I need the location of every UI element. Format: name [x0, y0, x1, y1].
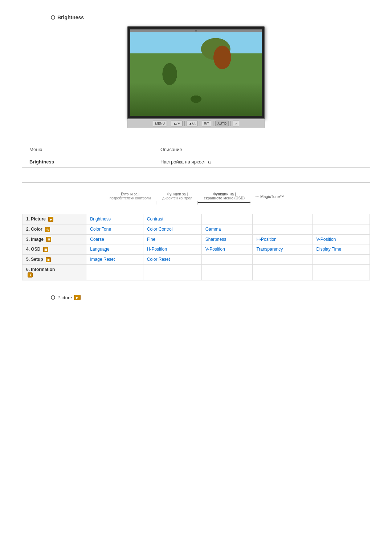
picture-bottom-heading: Picture ▶	[51, 295, 370, 300]
section-picture: 1. Picture ▶	[23, 214, 86, 224]
cell-empty4	[253, 224, 313, 234]
section-information: 6. Informationℹ	[23, 265, 86, 280]
cell-empty6	[201, 255, 253, 265]
cell-gamma[interactable]: Gamma	[201, 224, 253, 234]
cell-color-tone[interactable]: Color Tone	[86, 224, 143, 234]
cell-empty7	[253, 255, 313, 265]
cell-brightness[interactable]: Brightness	[86, 214, 143, 224]
brightness-button[interactable]: ▲/▼	[171, 121, 183, 126]
volume-button[interactable]: ▲/△	[187, 121, 197, 126]
separator	[213, 121, 213, 126]
cell-info2	[143, 265, 201, 280]
circle-icon	[51, 15, 55, 20]
cell-info4	[253, 265, 313, 280]
cell-sharpness[interactable]: Sharpness	[201, 234, 253, 244]
menu-row-information: 6. Informationℹ	[23, 265, 370, 280]
nav-tabs-container: Бутони за | потребителски контроли Функц…	[22, 190, 370, 203]
menu-grid-wrapper: 1. Picture ▶ Brightness Contrast 2. Colo…	[22, 214, 370, 280]
menu-grid: 1. Picture ▶ Brightness Contrast 2. Colo…	[22, 214, 370, 280]
menu-button[interactable]: MENU	[153, 121, 167, 126]
info-table: Меню Описание Brightness Настройка на яр…	[22, 143, 370, 167]
brightness-label: Brightness	[57, 15, 84, 20]
cell-h-position[interactable]: H-Position	[253, 234, 313, 244]
section-osd: 4. OSD ▦	[23, 244, 86, 255]
divider	[22, 182, 370, 183]
cell-language[interactable]: Language	[86, 244, 143, 255]
section-color: 2. Color ◎	[23, 224, 86, 234]
monitor-screen	[130, 32, 262, 116]
osd-icon: ▦	[43, 247, 48, 252]
cell-empty3	[313, 214, 370, 224]
rt-button[interactable]: R/T	[202, 121, 212, 126]
cell-color-reset[interactable]: Color Reset	[143, 255, 201, 265]
cell-display-time[interactable]: Display Time	[313, 244, 370, 255]
menu-row-setup: 5. Setup ⊞ Image Reset Color Reset	[23, 255, 370, 265]
cell-color-control[interactable]: Color Control	[143, 224, 201, 234]
nav-tabs: Бутони за | потребителски контроли Функц…	[104, 190, 288, 203]
separator	[184, 121, 185, 126]
monitor-dot	[195, 30, 197, 32]
tab-user-controls-line2: потребителски контроли	[110, 196, 151, 200]
setup-icon: ⊞	[46, 257, 51, 262]
brightness-section-heading: Brightness	[51, 15, 370, 20]
magictune-wave-icon: 〰	[255, 194, 259, 199]
section-image: 3. Image ⊞	[23, 234, 86, 244]
tab-magictune[interactable]: 〰 MagicTune™	[250, 190, 288, 203]
auto-button[interactable]: AUTO	[215, 121, 229, 126]
monitor-display: MENU ▲/▼ ▲/△ R/T AUTO ○	[22, 26, 370, 128]
menu-row-color: 2. Color ◎ Color Tone Color Control Gamm…	[23, 224, 370, 234]
magictune-label: MagicTune™	[260, 194, 284, 199]
image-icon: ⊞	[46, 237, 51, 242]
cell-transparency[interactable]: Transparency	[253, 244, 313, 255]
picture-bottom-label: Picture	[57, 295, 72, 300]
tab-direct-control-line1: Функции за |	[162, 192, 192, 196]
menu-item-description: Настройка на яркостта	[153, 156, 370, 168]
menu-row-image: 3. Image ⊞ Coarse Fine Sharpness H-Posit…	[23, 234, 370, 244]
separator	[200, 121, 200, 126]
col-menu-header: Меню	[22, 143, 153, 156]
tab-user-controls-line1: Бутони за |	[110, 192, 151, 196]
monitor-frame	[127, 26, 265, 119]
menu-item-label: Brightness	[22, 156, 153, 168]
color-icon: ◎	[45, 227, 50, 232]
cell-empty1	[201, 214, 253, 224]
tab-osd-line2: екранното меню (OSD)	[204, 196, 245, 200]
col-desc-header: Описание	[153, 143, 370, 156]
monitor-controls: MENU ▲/▼ ▲/△ R/T AUTO ○	[127, 119, 265, 128]
table-row: Brightness Настройка на яркостта	[22, 156, 370, 168]
cell-v-position[interactable]: V-Position	[313, 234, 370, 244]
cell-contrast[interactable]: Contrast	[143, 214, 201, 224]
cell-h-position-osd[interactable]: H-Position	[143, 244, 201, 255]
picture-icon: ▶	[48, 217, 53, 222]
tab-osd[interactable]: Функции на | екранното меню (OSD)	[198, 190, 250, 203]
separator	[230, 121, 231, 126]
menu-row-osd: 4. OSD ▦ Language H-Position V-Position …	[23, 244, 370, 255]
cell-info5	[313, 265, 370, 280]
power-button[interactable]: ○	[233, 121, 239, 126]
cell-empty5	[313, 224, 370, 234]
cell-fine[interactable]: Fine	[143, 234, 201, 244]
tab-user-controls[interactable]: Бутони за | потребителски контроли	[104, 190, 156, 203]
info-table-wrapper: Меню Описание Brightness Настройка на яр…	[22, 143, 370, 168]
cell-image-reset[interactable]: Image Reset	[86, 255, 143, 265]
information-icon: ℹ	[28, 272, 33, 278]
section-setup: 5. Setup ⊞	[23, 255, 86, 265]
menu-row-picture: 1. Picture ▶ Brightness Contrast	[23, 214, 370, 224]
cell-v-position-osd[interactable]: V-Position	[201, 244, 253, 255]
cell-coarse[interactable]: Coarse	[86, 234, 143, 244]
tab-direct-control[interactable]: Функции за | директен контрол	[156, 190, 198, 203]
cell-info3	[201, 265, 253, 280]
cell-info1	[86, 265, 143, 280]
cell-empty8	[313, 255, 370, 265]
tab-direct-control-line2: директен контрол	[162, 196, 192, 200]
cell-empty2	[253, 214, 313, 224]
picture-bottom-icon: ▶	[74, 295, 81, 300]
monitor-top-bar	[130, 29, 262, 32]
tab-osd-line1: Функции на |	[204, 192, 245, 196]
separator	[169, 121, 169, 126]
picture-circle-icon	[51, 295, 55, 300]
